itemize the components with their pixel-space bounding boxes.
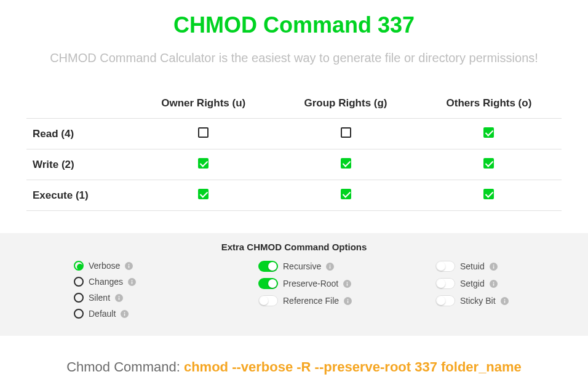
info-icon [121,310,129,318]
toggle-label-recursive: Recursive [283,261,321,271]
checkbox-read-owner[interactable] [198,127,209,138]
toggle-setgid[interactable] [435,278,455,289]
radio-verbose[interactable] [74,261,84,271]
svg-rect-22 [493,266,494,268]
svg-rect-11 [124,312,125,313]
info-icon [490,263,498,271]
svg-rect-29 [504,299,505,300]
svg-rect-2 [129,264,130,265]
toggle-label-sticky_bit: Sticky Bit [460,296,496,306]
info-icon [128,278,136,286]
info-icon [326,263,334,271]
info-icon [125,262,133,270]
toggle-label-preserve_root: Preserve-Root [283,279,338,288]
checkbox-execute-others[interactable] [483,189,494,199]
checkbox-write-group[interactable] [341,158,351,169]
toggle-group-right: SetuidSetgidSticky Bit [399,261,558,319]
info-icon [344,297,352,305]
info-icon [115,294,123,302]
toggle-reference_file[interactable] [258,295,278,306]
radio-group-mode: VerboseChangesSilentDefault [30,261,214,319]
radio-label-default: Default [89,309,116,319]
info-icon [343,280,351,288]
info-icon [501,297,509,305]
info-icon [490,280,498,288]
page-title: CHMOD Command 337 [0,12,588,38]
checkbox-write-owner[interactable] [198,158,209,169]
svg-rect-8 [119,296,120,297]
radio-changes[interactable] [74,277,84,287]
extra-options-title: Extra CHMOD Command Options [0,242,588,252]
toggle-label-setuid: Setuid [460,261,485,271]
toggle-recursive[interactable] [258,261,278,272]
svg-rect-13 [330,266,331,268]
toggle-group-mid: RecursivePreserve-RootReference File [214,261,399,319]
svg-rect-16 [347,283,348,285]
row-execute-label: Execute (1) [26,180,132,211]
svg-rect-28 [504,300,505,303]
svg-rect-14 [330,264,331,266]
col-owner: Owner Rights (u) [132,90,275,119]
command-text: chmod --verbose -R --preserve-root 337 f… [184,359,522,375]
toggle-preserve_root[interactable] [258,278,278,289]
svg-rect-17 [347,282,348,283]
toggle-label-reference_file: Reference File [283,296,339,306]
command-output: Chmod Command: chmod --verbose -R --pres… [0,359,588,385]
command-label: Chmod Command: [66,359,184,375]
svg-rect-23 [493,264,494,266]
svg-rect-26 [493,282,494,283]
page-subtitle: CHMOD Command Calculator is the easiest … [0,49,588,66]
col-others: Others Rights (o) [416,90,562,119]
permissions-table: Owner Rights (u) Group Rights (g) Others… [26,90,562,211]
svg-rect-20 [348,299,349,300]
checkbox-write-others[interactable] [483,158,494,169]
extra-options-section: Extra CHMOD Command Options VerboseChang… [0,233,588,336]
col-group: Group Rights (g) [275,90,416,119]
checkbox-execute-owner[interactable] [198,189,209,199]
toggle-setuid[interactable] [435,261,455,272]
checkbox-execute-group[interactable] [341,189,351,199]
radio-label-verbose: Verbose [89,261,120,271]
checkbox-read-group[interactable] [341,127,351,138]
toggle-label-setgid: Setgid [460,279,485,288]
svg-rect-7 [119,297,120,300]
svg-rect-10 [124,313,125,316]
svg-rect-5 [132,280,133,281]
svg-rect-4 [132,281,133,284]
radio-label-silent: Silent [89,293,110,303]
toggle-sticky_bit[interactable] [435,295,455,306]
checkbox-read-others[interactable] [483,127,494,138]
row-write-label: Write (2) [26,149,132,180]
radio-label-changes: Changes [89,277,123,287]
radio-silent[interactable] [74,293,84,303]
svg-rect-25 [493,283,494,285]
row-read-label: Read (4) [26,119,132,149]
svg-rect-1 [129,265,130,268]
radio-default[interactable] [74,309,84,319]
svg-rect-19 [348,300,349,303]
